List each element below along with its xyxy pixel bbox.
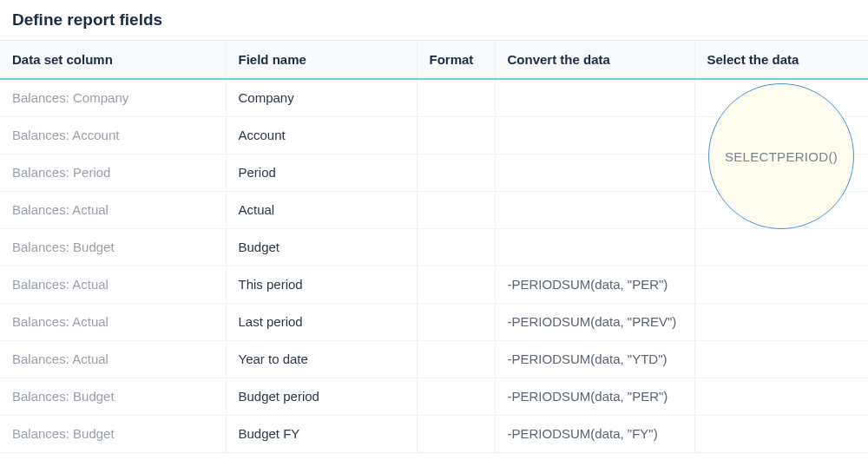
cell-dataset[interactable]: Balances: Account xyxy=(0,116,226,154)
col-header-format[interactable]: Format xyxy=(417,41,495,80)
cell-format[interactable] xyxy=(417,191,495,228)
cell-convert[interactable] xyxy=(495,154,694,191)
cell-select[interactable] xyxy=(694,378,868,415)
cell-dataset[interactable]: Balances: Period xyxy=(0,154,226,191)
cell-format[interactable] xyxy=(417,79,495,116)
cell-select[interactable] xyxy=(694,79,868,116)
cell-select[interactable] xyxy=(694,415,868,452)
page-title: Define report fields xyxy=(0,0,868,40)
col-header-dataset[interactable]: Data set column xyxy=(0,41,226,80)
cell-fieldname[interactable]: Last period xyxy=(226,303,417,340)
cell-convert[interactable] xyxy=(495,79,694,116)
table-row[interactable]: Balances: ActualYear to date-PERIODSUM(d… xyxy=(0,340,868,378)
cell-fieldname[interactable]: Budget xyxy=(226,228,417,266)
table-row[interactable]: Balances: AccountAccount xyxy=(0,116,868,154)
cell-format[interactable] xyxy=(417,303,495,340)
cell-convert[interactable] xyxy=(495,191,694,228)
cell-select[interactable] xyxy=(694,228,868,266)
cell-fieldname[interactable]: Budget FY xyxy=(226,415,417,452)
table-body: Balances: CompanyCompanyBalances: Accoun… xyxy=(0,79,868,452)
cell-fieldname[interactable]: Actual xyxy=(226,191,417,228)
table-row[interactable]: Balances: ActualThis period-PERIODSUM(da… xyxy=(0,266,868,303)
cell-select[interactable] xyxy=(694,303,868,340)
cell-dataset[interactable]: Balances: Budget xyxy=(0,415,226,452)
cell-convert[interactable]: -PERIODSUM(data, "PER") xyxy=(495,266,694,303)
cell-dataset[interactable]: Balances: Actual xyxy=(0,303,226,340)
cell-convert[interactable]: -PERIODSUM(data, "FY") xyxy=(495,415,694,452)
cell-format[interactable] xyxy=(417,228,495,266)
table-row[interactable]: Balances: CompanyCompany xyxy=(0,79,868,116)
table-row[interactable]: Balances: ActualActual xyxy=(0,191,868,228)
cell-format[interactable] xyxy=(417,116,495,154)
cell-convert[interactable] xyxy=(495,116,694,154)
cell-fieldname[interactable]: Period xyxy=(226,154,417,191)
table-row[interactable]: Balances: BudgetBudget xyxy=(0,228,868,266)
cell-fieldname[interactable]: Company xyxy=(226,79,417,116)
table-row[interactable]: Balances: ActualLast period-PERIODSUM(da… xyxy=(0,303,868,340)
col-header-convert[interactable]: Convert the data xyxy=(495,41,694,80)
report-fields-table: Data set column Field name Format Conver… xyxy=(0,40,868,453)
cell-format[interactable] xyxy=(417,154,495,191)
cell-fieldname[interactable]: Budget period xyxy=(226,378,417,415)
cell-select[interactable] xyxy=(694,191,868,228)
col-header-fieldname[interactable]: Field name xyxy=(226,41,417,80)
cell-format[interactable] xyxy=(417,340,495,378)
cell-select[interactable] xyxy=(694,266,868,303)
cell-format[interactable] xyxy=(417,415,495,452)
cell-dataset[interactable]: Balances: Company xyxy=(0,79,226,116)
cell-fieldname[interactable]: Year to date xyxy=(226,340,417,378)
cell-convert[interactable]: -PERIODSUM(data, "YTD") xyxy=(495,340,694,378)
cell-dataset[interactable]: Balances: Actual xyxy=(0,340,226,378)
cell-format[interactable] xyxy=(417,266,495,303)
cell-fieldname[interactable]: Account xyxy=(226,116,417,154)
cell-convert[interactable]: -PERIODSUM(data, "PREV") xyxy=(495,303,694,340)
cell-fieldname[interactable]: This period xyxy=(226,266,417,303)
cell-format[interactable] xyxy=(417,378,495,415)
report-fields-table-wrap: Data set column Field name Format Conver… xyxy=(0,40,868,453)
table-row[interactable]: Balances: BudgetBudget FY-PERIODSUM(data… xyxy=(0,415,868,452)
table-row[interactable]: Balances: BudgetBudget period-PERIODSUM(… xyxy=(0,378,868,415)
cell-select[interactable] xyxy=(694,154,868,191)
cell-convert[interactable]: -PERIODSUM(data, "PER") xyxy=(495,378,694,415)
cell-dataset[interactable]: Balances: Budget xyxy=(0,378,226,415)
table-header-row: Data set column Field name Format Conver… xyxy=(0,41,868,80)
cell-dataset[interactable]: Balances: Actual xyxy=(0,191,226,228)
col-header-select[interactable]: Select the data xyxy=(694,41,868,80)
table-row[interactable]: Balances: PeriodPeriod xyxy=(0,154,868,191)
cell-convert[interactable] xyxy=(495,228,694,266)
cell-select[interactable] xyxy=(694,116,868,154)
cell-dataset[interactable]: Balances: Budget xyxy=(0,228,226,266)
cell-select[interactable] xyxy=(694,340,868,378)
cell-dataset[interactable]: Balances: Actual xyxy=(0,266,226,303)
